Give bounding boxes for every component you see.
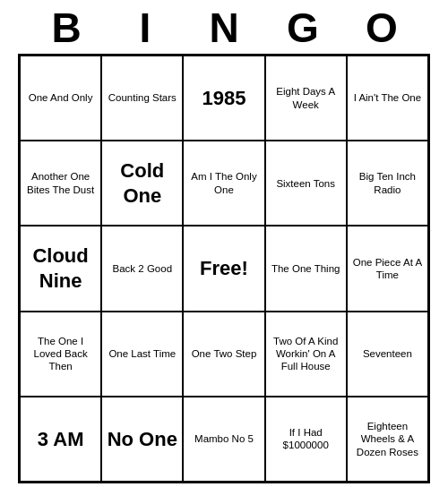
bingo-cell-16: One Last Time: [101, 312, 183, 397]
bingo-cell-19: Seventeen: [347, 312, 428, 397]
title-o: O: [342, 4, 421, 52]
bingo-cell-15: The One I Loved Back Then: [20, 312, 101, 397]
bingo-cell-4: I Ain't The One: [347, 56, 428, 141]
title-n: N: [185, 4, 263, 52]
title-i: I: [106, 4, 185, 52]
bingo-cell-10: Cloud Nine: [20, 226, 101, 311]
title-g: G: [263, 4, 342, 52]
bingo-cell-6: Cold One: [101, 141, 183, 226]
bingo-cell-11: Back 2 Good: [101, 226, 183, 311]
bingo-cell-3: Eight Days A Week: [265, 56, 347, 141]
bingo-cell-20: 3 AM: [20, 397, 101, 482]
bingo-cell-5: Another One Bites The Dust: [20, 141, 101, 226]
bingo-cell-23: If I Had $1000000: [265, 397, 347, 482]
bingo-cell-13: The One Thing: [265, 226, 347, 311]
bingo-cell-1: Counting Stars: [101, 56, 183, 141]
bingo-cell-17: One Two Step: [183, 312, 264, 397]
bingo-cell-24: Eighteen Wheels & A Dozen Roses: [347, 397, 428, 482]
bingo-cell-2: 1985: [183, 56, 264, 141]
bingo-cell-14: One Piece At A Time: [347, 226, 428, 311]
bingo-cell-12: Free!: [183, 226, 264, 311]
bingo-cell-18: Two Of A Kind Workin' On A Full House: [265, 312, 347, 397]
title-b: B: [27, 4, 106, 52]
bingo-cell-9: Big Ten Inch Radio: [347, 141, 428, 226]
bingo-cell-22: Mambo No 5: [183, 397, 264, 482]
bingo-cell-21: No One: [101, 397, 183, 482]
bingo-grid: One And OnlyCounting Stars1985Eight Days…: [18, 54, 430, 483]
bingo-cell-7: Am I The Only One: [183, 141, 264, 226]
bingo-cell-0: One And Only: [20, 56, 101, 141]
bingo-title: B I N G O: [18, 0, 430, 54]
bingo-cell-8: Sixteen Tons: [265, 141, 347, 226]
